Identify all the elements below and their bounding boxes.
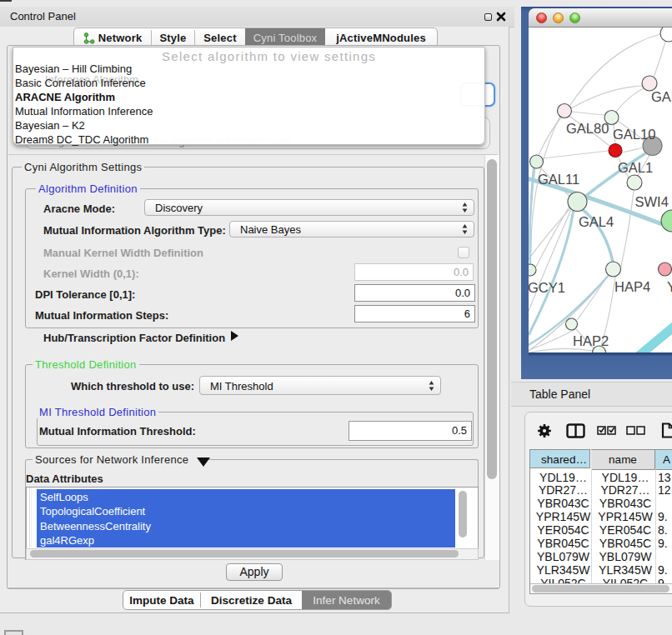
svg-text:GAL80: GAL80 — [566, 121, 609, 136]
svg-text:GCY1: GCY1 — [529, 280, 565, 295]
svg-text:Y: Y — [667, 279, 672, 294]
svg-text:GAL1: GAL1 — [618, 160, 653, 175]
svg-text:SWI4: SWI4 — [635, 194, 669, 209]
svg-text:GAL10: GAL10 — [613, 127, 655, 142]
svg-text:GAL2: GAL2 — [651, 89, 672, 104]
svg-text:HAP4: HAP4 — [614, 279, 650, 294]
svg-text:GAL4: GAL4 — [579, 214, 614, 229]
svg-text:HAP2: HAP2 — [573, 333, 609, 348]
svg-text:GAL11: GAL11 — [538, 172, 579, 187]
